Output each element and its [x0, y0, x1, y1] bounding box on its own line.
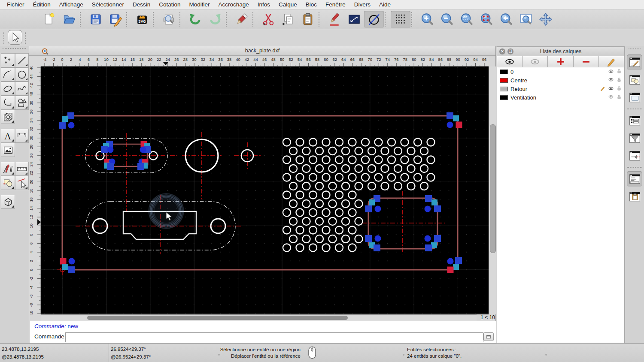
svg-text:30: 30 — [192, 57, 197, 62]
eye-icon[interactable] — [608, 85, 614, 93]
arcs-tool-button[interactable] — [1, 67, 15, 81]
save-as-button[interactable] — [106, 11, 125, 28]
polylines-tool-button[interactable] — [1, 96, 15, 110]
horizontal-scrollbar-thumb[interactable] — [87, 316, 348, 320]
drawing-canvas[interactable] — [41, 66, 489, 314]
cut-button[interactable] — [258, 11, 278, 28]
zoom-previous-button[interactable] — [496, 11, 516, 28]
command-line-panel-button[interactable] — [627, 171, 642, 187]
open-file-button[interactable] — [59, 11, 79, 28]
images-tool-button[interactable] — [1, 143, 15, 157]
layer-row[interactable]: 0 — [497, 67, 624, 76]
lock-icon[interactable] — [616, 85, 623, 93]
ruler-corner — [29, 56, 41, 66]
zoom-selection-button[interactable] — [477, 11, 496, 28]
svg-text:36: 36 — [218, 57, 223, 62]
menu-item-infos[interactable]: Infos — [253, 0, 274, 9]
menu-item-cotation[interactable]: Cotation — [155, 0, 185, 9]
svg-text:86: 86 — [438, 57, 443, 62]
selection-filter-panel-button[interactable] — [627, 130, 642, 146]
save-button[interactable] — [86, 11, 106, 28]
entity-list-panel-button[interactable] — [627, 113, 642, 128]
lock-icon[interactable] — [616, 76, 623, 84]
zoom-auto-button[interactable] — [457, 11, 477, 28]
svg-text:42: 42 — [245, 57, 249, 62]
menu-item-fentre[interactable]: Fenêtre — [321, 0, 350, 9]
modify-select-tool-button[interactable] — [15, 176, 29, 190]
lock-icon[interactable] — [616, 68, 623, 76]
edit-properties-button[interactable] — [325, 11, 344, 28]
blocks-tool-button[interactable] — [1, 176, 15, 190]
points-tool-button[interactable] — [1, 53, 15, 67]
selection-info-button[interactable] — [344, 11, 364, 28]
eye-icon[interactable] — [608, 94, 614, 102]
menu-item-calque[interactable]: Calque — [274, 0, 301, 9]
command-input[interactable] — [65, 332, 483, 342]
layer-row[interactable]: Ventilation — [497, 93, 624, 102]
copy-button[interactable] — [278, 11, 298, 28]
menu-item-modifier[interactable]: Modifier — [185, 0, 214, 9]
add-layer-button[interactable] — [548, 56, 573, 67]
splines-tool-button[interactable] — [15, 81, 29, 96]
new-file-button[interactable] — [39, 11, 59, 28]
layer-panel-titlebar[interactable]: ✕ ❐ Liste des calques — [497, 47, 624, 56]
shapes-tool-button[interactable] — [15, 96, 29, 110]
menu-item-aide[interactable]: Aide — [375, 0, 395, 9]
layer-list-panel-button[interactable] — [627, 54, 642, 70]
clipboard-panel-button[interactable] — [627, 189, 642, 204]
menu-item-dessin[interactable]: Dessin — [128, 0, 155, 9]
layer-row[interactable]: Centre — [497, 76, 624, 84]
document-titlebar[interactable]: back_plate.dxf — [29, 46, 495, 56]
measure-tool-button[interactable] — [15, 162, 29, 176]
menu-item-fichier[interactable]: Fichier — [3, 0, 29, 9]
dimensions-tool-button[interactable] — [15, 129, 29, 143]
lock-icon[interactable] — [616, 94, 623, 102]
snap-indicator — [149, 193, 184, 229]
menu-item-dition[interactable]: Édition — [29, 0, 55, 9]
polar-coordinates: 26.9524<29.37° — [111, 347, 146, 352]
select-tool-button[interactable] — [8, 30, 22, 45]
modify-tool-button[interactable] — [1, 162, 15, 176]
hide-all-layers-button[interactable] — [522, 56, 548, 67]
eye-icon[interactable] — [608, 68, 614, 76]
svg-text:12: 12 — [113, 57, 118, 62]
ellipses-tool-button[interactable] — [1, 81, 15, 96]
grid-toggle-button[interactable] — [391, 11, 410, 28]
zoom-out-button[interactable] — [437, 11, 457, 28]
remove-layer-button[interactable] — [574, 56, 599, 67]
redo-button[interactable] — [205, 11, 225, 28]
lines-tool-button[interactable] — [15, 53, 29, 67]
palette-gap — [0, 124, 29, 129]
eye-icon[interactable] — [608, 76, 614, 84]
menu-item-affichage[interactable]: Affichage — [55, 0, 88, 9]
export-svg-button[interactable]: SVG — [132, 11, 152, 28]
pen-palette-panel-button[interactable] — [627, 148, 642, 163]
command-window-button[interactable] — [483, 332, 494, 341]
menu-item-slectionner[interactable]: Sélectionner — [88, 0, 128, 9]
undo-button[interactable] — [185, 11, 205, 28]
horizontal-scrollbar[interactable] — [41, 314, 477, 321]
layer-row[interactable]: Retour — [497, 84, 624, 93]
delete-entities-button[interactable] — [232, 11, 252, 28]
hatches-tool-button[interactable] — [1, 110, 15, 124]
zoom-in-button[interactable] — [417, 11, 437, 28]
show-all-layers-button[interactable] — [497, 56, 522, 67]
menu-item-divers[interactable]: Divers — [350, 0, 375, 9]
vertical-scrollbar-thumb[interactable] — [490, 124, 496, 253]
construction-lines-button[interactable] — [364, 11, 384, 28]
palette-row — [0, 176, 29, 190]
menu-item-accrochage[interactable]: Accrochage — [214, 0, 253, 9]
library-browser-panel-button[interactable] — [627, 90, 642, 105]
text-tool-button[interactable]: A — [1, 129, 15, 143]
circles-tool-button[interactable] — [15, 67, 29, 81]
menu-item-bloc[interactable]: Bloc — [301, 0, 321, 9]
zoom-window-button[interactable] — [516, 11, 536, 28]
print-preview-button[interactable] — [159, 11, 179, 28]
block-list-panel-button[interactable] — [627, 72, 642, 87]
vertical-scrollbar[interactable] — [489, 66, 496, 314]
view-3d-tool-button[interactable] — [1, 195, 15, 209]
toolbar-separator — [179, 12, 185, 27]
zoom-pan-button[interactable] — [536, 11, 556, 28]
paste-button[interactable] — [298, 11, 318, 28]
edit-layer-button[interactable] — [599, 56, 624, 67]
